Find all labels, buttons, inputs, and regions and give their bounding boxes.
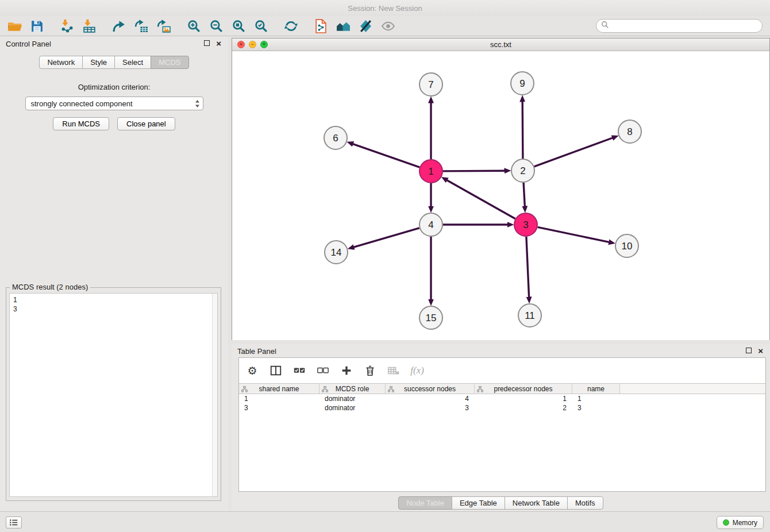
column-header-shared-name[interactable]: shared name: [239, 384, 319, 394]
table-panel: Table Panel × ⚙ f(x): [232, 344, 770, 511]
column-header-mcds-role[interactable]: MCDS role: [319, 384, 386, 394]
graph-edge-3-1[interactable]: [447, 180, 515, 219]
delete-table-icon: [386, 363, 401, 378]
graph-node-10[interactable]: 10: [615, 234, 638, 257]
tab-select[interactable]: Select: [114, 56, 151, 69]
layout-group: [282, 17, 299, 34]
import-network-file-icon[interactable]: [58, 17, 75, 34]
graph-node-14[interactable]: 14: [325, 241, 348, 264]
graph-edge-2-3[interactable]: [523, 183, 525, 206]
export-image-icon[interactable]: [155, 17, 172, 34]
window-title: Session: New Session: [348, 4, 422, 13]
float-table-panel-icon[interactable]: [746, 348, 752, 353]
graph-node-7[interactable]: 7: [419, 73, 442, 96]
column-header-name[interactable]: name: [572, 384, 620, 394]
svg-text:10: 10: [622, 241, 633, 252]
tab-network[interactable]: Network: [39, 56, 83, 69]
task-history-button[interactable]: [6, 516, 22, 529]
tab-network-table[interactable]: Network Table: [505, 496, 568, 510]
run-mcds-button[interactable]: Run MCDS: [53, 117, 109, 130]
mcds-result-group: MCDS result (2 nodes) 1 3: [6, 287, 221, 501]
column-label: MCDS role: [336, 385, 369, 393]
table-panel-title: Table Panel: [237, 347, 276, 356]
graph-node-1[interactable]: 1: [419, 160, 442, 183]
graph-edge-3-10[interactable]: [538, 227, 609, 242]
status-bar: Memory: [0, 511, 770, 532]
result-scrollbar[interactable]: [212, 294, 217, 496]
graph-edge-2-9[interactable]: [522, 102, 523, 159]
table-cell: 1: [572, 395, 620, 403]
graph-node-15[interactable]: 15: [419, 306, 442, 329]
view-group: [312, 17, 396, 34]
memory-button[interactable]: Memory: [717, 516, 764, 529]
open-session-icon[interactable]: [6, 17, 23, 34]
zoom-group: [185, 17, 270, 34]
close-table-panel-icon[interactable]: ×: [758, 346, 763, 356]
tab-style[interactable]: Style: [82, 56, 115, 69]
zoom-out-icon[interactable]: [207, 17, 225, 34]
show-columns-icon[interactable]: [268, 363, 283, 378]
network-canvas[interactable]: 7968124314101511: [232, 51, 769, 340]
deselect-all-rows-icon[interactable]: [315, 363, 330, 378]
document-network-icon[interactable]: [312, 17, 329, 34]
close-window-icon[interactable]: ×: [237, 41, 245, 48]
zoom-window-icon[interactable]: +: [260, 41, 268, 48]
zoom-fit-icon[interactable]: [230, 17, 247, 34]
graph-node-4[interactable]: 4: [419, 213, 442, 236]
export-network-icon[interactable]: [110, 17, 128, 34]
add-column-icon[interactable]: [339, 363, 354, 378]
column-header-successor-nodes[interactable]: successor nodes: [386, 384, 475, 394]
close-panel-icon[interactable]: ×: [216, 38, 221, 49]
zoom-in-icon[interactable]: [185, 17, 202, 34]
graph-node-2[interactable]: 2: [511, 159, 534, 182]
zoom-selected-icon[interactable]: [252, 17, 270, 34]
table-cell: 3: [572, 404, 620, 412]
table-row[interactable]: 1dominator411: [239, 394, 765, 403]
table-row[interactable]: 3dominator323: [239, 403, 765, 413]
search-box[interactable]: [596, 19, 763, 33]
node-table-container: ⚙ f(x) shared name: [238, 357, 766, 492]
svg-text:6: 6: [333, 133, 338, 144]
optimization-select[interactable]: strongly connected component: [25, 97, 203, 110]
graph-node-11[interactable]: 11: [518, 304, 541, 327]
graph-edge-1-2[interactable]: [443, 171, 505, 171]
network-view-window: × − + scc.txt 7968124314101511: [232, 38, 770, 340]
tab-edge-table[interactable]: Edge Table: [452, 496, 505, 510]
save-session-icon[interactable]: [28, 17, 45, 34]
graphics-details-icon[interactable]: [357, 17, 374, 34]
import-table-file-icon[interactable]: [80, 17, 98, 34]
mcds-result-list[interactable]: 1 3: [9, 293, 218, 497]
table-panel-header: Table Panel ×: [232, 344, 770, 358]
graph-edge-4-14[interactable]: [354, 228, 419, 247]
graph-edge-1-6[interactable]: [353, 144, 419, 168]
delete-column-trash-icon[interactable]: [363, 363, 378, 378]
close-panel-button[interactable]: Close panel: [117, 117, 175, 130]
svg-text:14: 14: [331, 247, 342, 258]
column-header-predecessor-nodes[interactable]: predecessor nodes: [475, 384, 572, 394]
tab-mcds[interactable]: MCDS: [151, 56, 188, 69]
search-input[interactable]: [612, 20, 762, 32]
tab-motifs[interactable]: Motifs: [567, 496, 603, 510]
export-group: [110, 17, 172, 34]
apply-layout-icon[interactable]: [282, 17, 299, 34]
graph-edge-2-8[interactable]: [534, 138, 613, 167]
tab-node-table[interactable]: Node Table: [398, 496, 452, 510]
graph-node-9[interactable]: 9: [511, 72, 534, 95]
optimization-select-value: strongly connected component: [31, 99, 133, 108]
network-overview-icon[interactable]: [334, 17, 352, 34]
graph-node-3[interactable]: 3: [514, 213, 537, 236]
minimize-window-icon[interactable]: −: [249, 41, 256, 48]
control-panel-tabs: Network Style Select MCDS: [0, 56, 228, 69]
table-settings-gear-icon[interactable]: ⚙: [245, 363, 260, 378]
float-panel-icon[interactable]: [204, 40, 210, 46]
network-window-titlebar[interactable]: × − + scc.txt: [232, 38, 769, 51]
graph-node-6[interactable]: 6: [324, 126, 347, 149]
graph-node-8[interactable]: 8: [618, 120, 641, 143]
search-icon: [601, 21, 609, 31]
select-all-rows-icon[interactable]: [292, 363, 307, 378]
graph-edge-3-11[interactable]: [526, 237, 529, 297]
export-table-icon[interactable]: [133, 17, 150, 34]
memory-status-icon: [723, 519, 729, 526]
hide-details-eye-icon[interactable]: [379, 17, 396, 34]
table-cell: 4: [386, 395, 475, 403]
